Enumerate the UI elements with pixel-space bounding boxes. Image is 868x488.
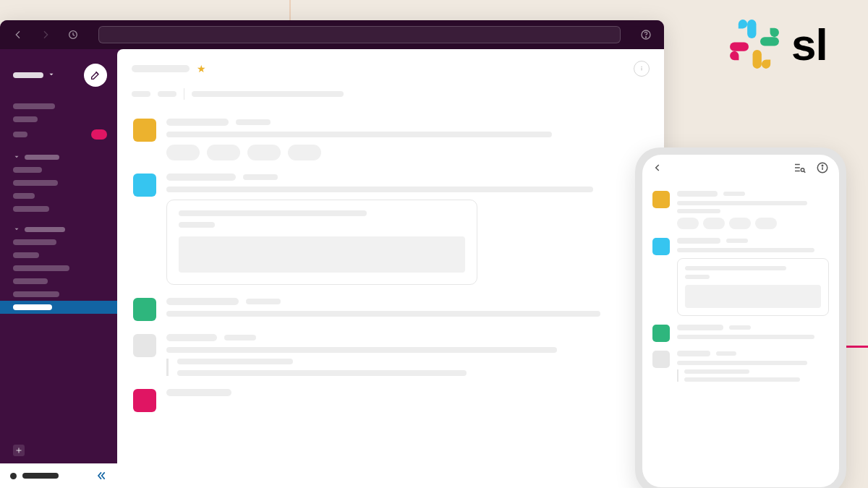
avatar[interactable]	[133, 298, 156, 321]
mobile-message[interactable]	[652, 185, 829, 232]
slack-logo-icon	[728, 17, 781, 71]
reaction[interactable]	[677, 218, 699, 229]
sidebar-channel-item[interactable]	[0, 202, 117, 215]
chevron-down-icon	[13, 226, 20, 233]
mobile-back-button[interactable]	[652, 163, 663, 176]
message-author	[677, 191, 718, 197]
search-input[interactable]	[98, 26, 621, 43]
message-text	[677, 209, 720, 213]
card-meta	[179, 222, 215, 228]
message-feed[interactable]	[117, 110, 664, 488]
message[interactable]	[133, 110, 648, 165]
mobile-message[interactable]	[652, 232, 829, 319]
reaction[interactable]	[288, 145, 321, 160]
sidebar-dm-item[interactable]	[0, 236, 117, 249]
card-preview	[179, 236, 465, 273]
message-timestamp	[246, 299, 281, 304]
workspace-switcher[interactable]	[13, 69, 55, 82]
message-author[interactable]	[166, 389, 231, 396]
avatar[interactable]	[652, 351, 670, 368]
channel-name[interactable]	[132, 65, 190, 72]
nav-forward-button[interactable]	[38, 27, 54, 43]
mobile-attachment-card[interactable]	[677, 258, 829, 316]
mobile-screen	[642, 155, 839, 487]
svg-rect-1	[760, 37, 779, 46]
svg-rect-3	[730, 43, 749, 51]
message-text	[166, 347, 557, 353]
reaction[interactable]	[703, 218, 725, 229]
message-timestamp	[729, 325, 751, 330]
sidebar-add-button[interactable]	[0, 442, 117, 459]
star-icon[interactable]: ★	[197, 63, 206, 74]
member-count[interactable]	[132, 91, 150, 97]
message-author	[677, 325, 723, 330]
reaction[interactable]	[207, 145, 240, 160]
avatar[interactable]	[652, 191, 670, 208]
message-timestamp	[224, 335, 256, 341]
message-author[interactable]	[166, 119, 229, 126]
message-attachment-card[interactable]	[166, 200, 477, 285]
message-author[interactable]	[166, 298, 239, 305]
avatar[interactable]	[652, 238, 670, 255]
message[interactable]	[133, 325, 648, 380]
message-text	[677, 335, 814, 339]
reaction[interactable]	[729, 218, 751, 229]
channel-topic[interactable]	[192, 91, 344, 97]
avatar[interactable]	[652, 325, 670, 342]
channel-info-button[interactable]	[634, 61, 650, 77]
sidebar-dm-item[interactable]	[0, 249, 117, 262]
message-author[interactable]	[166, 334, 217, 341]
channel-header: ★	[117, 49, 664, 88]
sidebar-dm-item[interactable]	[0, 275, 117, 288]
message[interactable]	[133, 165, 648, 289]
svg-point-6	[645, 37, 646, 38]
sidebar-channel-item[interactable]	[0, 189, 117, 202]
message-author[interactable]	[166, 174, 236, 181]
avatar[interactable]	[133, 174, 156, 197]
pin-count[interactable]	[158, 91, 176, 97]
message-timestamp	[716, 351, 736, 356]
titlebar	[0, 20, 664, 49]
mobile-message[interactable]	[652, 319, 829, 345]
desktop-app-window: ★	[0, 20, 664, 488]
avatar[interactable]	[133, 334, 156, 357]
brand-wordmark: sl	[791, 19, 827, 70]
help-button[interactable]	[638, 27, 654, 43]
avatar[interactable]	[133, 389, 156, 412]
thread-text	[684, 369, 749, 374]
reaction[interactable]	[247, 145, 281, 160]
mobile-feed[interactable]	[642, 184, 839, 487]
sidebar-section-header[interactable]	[0, 143, 117, 163]
message-author	[677, 351, 710, 356]
sidebar-connect-band[interactable]	[0, 463, 117, 488]
mobile-info-icon[interactable]	[816, 161, 829, 177]
reaction[interactable]	[755, 218, 777, 229]
mobile-message[interactable]	[652, 345, 829, 385]
sidebar-section-header[interactable]	[0, 215, 117, 236]
nav-back-button[interactable]	[10, 27, 26, 43]
main-pane: ★	[117, 49, 664, 488]
avatar[interactable]	[133, 119, 156, 142]
sidebar-nav-item[interactable]	[0, 100, 117, 113]
sidebar-dm-item-selected[interactable]	[0, 301, 117, 314]
message-text	[677, 201, 807, 205]
thread-reply[interactable]	[677, 369, 829, 382]
thread-reply[interactable]	[166, 359, 648, 376]
unread-badge	[91, 129, 107, 140]
sidebar-nav-item[interactable]	[0, 126, 117, 143]
history-button[interactable]	[65, 27, 81, 43]
message-text	[677, 248, 814, 252]
compose-button[interactable]	[84, 64, 107, 87]
message[interactable]	[133, 289, 648, 325]
sidebar-dm-item[interactable]	[0, 262, 117, 275]
sidebar-channel-item[interactable]	[0, 163, 117, 176]
reaction[interactable]	[166, 145, 200, 160]
message-timestamp	[243, 174, 278, 180]
thread-text	[177, 359, 293, 364]
sidebar-nav-item[interactable]	[0, 113, 117, 126]
svg-rect-8	[642, 68, 642, 71]
sidebar-channel-item[interactable]	[0, 176, 117, 189]
sidebar-dm-item[interactable]	[0, 288, 117, 301]
message[interactable]	[133, 380, 648, 416]
mobile-search-icon[interactable]	[793, 161, 806, 177]
